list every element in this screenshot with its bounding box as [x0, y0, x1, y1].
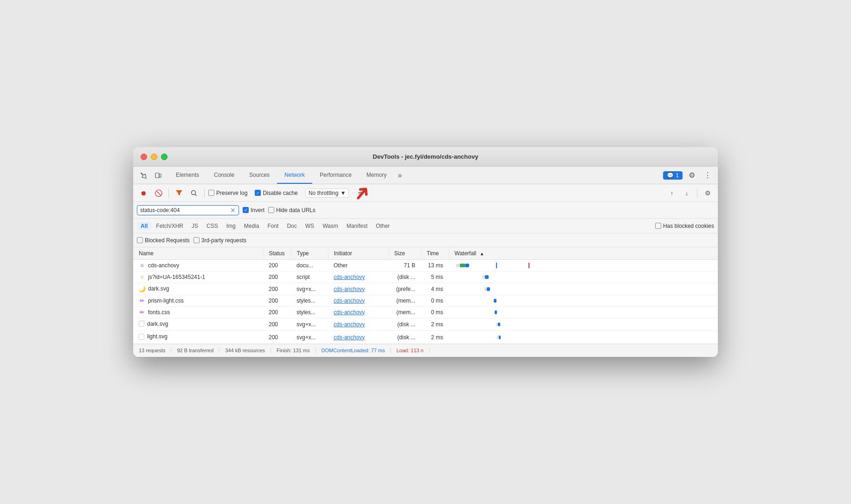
type-filter-fetch-xhr[interactable]: Fetch/XHR — [152, 222, 187, 230]
throttling-dropdown[interactable]: No throttling ▼ — [305, 188, 349, 198]
finish-time: Finish: 131 ms — [271, 348, 316, 353]
toolbar-separator-2 — [204, 188, 205, 198]
cell-waterfall — [449, 260, 718, 271]
type-filter-media[interactable]: Media — [240, 222, 263, 230]
cell-waterfall — [449, 306, 718, 318]
cell-time: 0 ms — [421, 295, 449, 306]
cell-initiator: cds-anchovy — [328, 295, 388, 306]
blocked-requests-label[interactable]: Blocked Requests — [137, 237, 190, 244]
cell-time: 0 ms — [421, 306, 449, 318]
blocked-requests-checkbox[interactable] — [137, 237, 143, 243]
inspect-icon[interactable] — [137, 169, 150, 182]
search-icon[interactable] — [187, 187, 200, 200]
th-status[interactable]: Status — [263, 247, 291, 260]
maximize-button[interactable] — [161, 154, 168, 160]
table-row[interactable]: 🌙 dark.svg 200 svg+x... cds-anchovy (pre… — [133, 283, 718, 295]
type-filter-right: Has blocked cookies — [655, 223, 714, 229]
more-options-icon[interactable]: ⋮ — [701, 169, 714, 182]
filter-input[interactable] — [140, 207, 230, 213]
devtools-body: Elements Console Sources Network Perform… — [133, 167, 718, 357]
wifi-settings-icon[interactable] — [355, 187, 367, 200]
th-time[interactable]: Time — [421, 247, 449, 260]
type-filter-other[interactable]: Other — [372, 222, 393, 230]
cell-status: 200 — [263, 283, 291, 295]
type-filter-img[interactable]: Img — [223, 222, 239, 230]
hide-data-urls-checkbox[interactable] — [268, 207, 274, 213]
tabs: Elements Console Sources Network Perform… — [168, 167, 663, 184]
settings-icon-toolbar[interactable]: ⚙ — [701, 187, 714, 200]
th-initiator[interactable]: Initiator — [328, 247, 388, 260]
devtools-window: DevTools - jec.fyi/demo/cds-anchovy — [133, 147, 718, 357]
th-type[interactable]: Type — [291, 247, 328, 260]
clear-button[interactable]: 🚫 — [152, 187, 165, 200]
disable-cache-checkbox[interactable]: ✓ — [255, 190, 261, 196]
export-icon[interactable]: ↓ — [680, 187, 693, 200]
chat-badge-button[interactable]: 💬 1 — [663, 171, 683, 180]
cell-initiator: cds-anchovy — [328, 283, 388, 295]
preserve-log-label[interactable]: Preserve log — [208, 190, 247, 196]
table-row[interactable]: ✏ prism-light.css 200 styles... cds-anch… — [133, 295, 718, 306]
filter-icon[interactable] — [173, 187, 186, 200]
type-filter-css[interactable]: CSS — [203, 222, 222, 230]
tab-memory[interactable]: Memory — [359, 167, 394, 184]
cell-name: ⌗ js?id=UA-165345241-1 — [133, 271, 263, 283]
cell-status: 200 — [263, 260, 291, 271]
table-row[interactable]: ≡ cds-anchovy 200 docu... Other 71 B 13 … — [133, 260, 718, 271]
tab-network[interactable]: Network — [277, 167, 312, 184]
third-party-label[interactable]: 3rd-party requests — [193, 237, 246, 244]
type-filter-manifest[interactable]: Manifest — [343, 222, 371, 230]
svg-rect-1 — [159, 174, 161, 177]
type-filter-wasm[interactable]: Wasm — [319, 222, 342, 230]
invert-filter-label[interactable]: ✓ Invert — [243, 207, 264, 213]
cell-name: ✏ fonts.css — [133, 306, 263, 318]
tab-performance[interactable]: Performance — [312, 167, 359, 184]
filter-clear-button[interactable]: ✕ — [230, 207, 236, 214]
cell-waterfall — [449, 271, 718, 283]
type-filter-all[interactable]: All — [137, 222, 151, 230]
tab-overflow-button[interactable]: » — [394, 171, 406, 180]
cell-status: 200 — [263, 318, 291, 331]
cell-name: ✏ prism-light.css — [133, 295, 263, 306]
third-party-checkbox[interactable] — [193, 237, 200, 243]
record-button[interactable]: ⏺ — [137, 187, 150, 200]
th-size[interactable]: Size — [388, 247, 421, 260]
status-bar: 13 requests 92 B transferred 344 kB reso… — [133, 344, 718, 357]
cell-initiator: cds-anchovy — [328, 318, 388, 331]
table-row[interactable]: dark.svg 200 svg+x... cds-anchovy (disk … — [133, 318, 718, 331]
sort-arrow-icon: ▲ — [480, 251, 484, 256]
cell-name: light.svg — [133, 331, 263, 344]
tab-sources[interactable]: Sources — [242, 167, 277, 184]
svg-rect-0 — [155, 173, 159, 178]
close-button[interactable] — [141, 154, 147, 160]
th-waterfall[interactable]: Waterfall ▲ — [449, 247, 718, 260]
settings-icon-tab[interactable]: ⚙ — [685, 169, 698, 182]
script-icon: ⌗ — [139, 274, 145, 280]
hide-data-urls-label[interactable]: Hide data URLs — [268, 207, 316, 213]
type-filter-js[interactable]: JS — [188, 222, 202, 230]
type-filter-doc[interactable]: Doc — [283, 222, 300, 230]
dom-content-loaded: DOMContentLoaded: 77 ms — [316, 348, 391, 353]
device-icon[interactable] — [152, 169, 165, 182]
tab-bar: Elements Console Sources Network Perform… — [133, 167, 718, 184]
table-row[interactable]: light.svg 200 svg+x... cds-anchovy (disk… — [133, 331, 718, 344]
svg-point-2 — [192, 190, 196, 194]
th-name[interactable]: Name — [133, 247, 263, 260]
toolbar-separator-1 — [168, 188, 169, 198]
preserve-log-checkbox[interactable] — [208, 190, 214, 196]
toolbar-container: ⏺ 🚫 Preserve log — [133, 184, 718, 202]
type-filter-bar2: Blocked Requests 3rd-party requests — [133, 233, 718, 247]
css-icon: ✏ — [139, 297, 145, 304]
minimize-button[interactable] — [151, 154, 157, 160]
has-blocked-cookies-checkbox[interactable] — [655, 223, 661, 229]
tab-elements[interactable]: Elements — [168, 167, 206, 184]
type-filter-font[interactable]: Font — [264, 222, 282, 230]
tab-icons — [137, 169, 165, 182]
table-row[interactable]: ⌗ js?id=UA-165345241-1 200 script cds-an… — [133, 271, 718, 283]
filter-bar: ✕ ✓ Invert Hide data URLs — [133, 202, 718, 219]
type-filter-ws[interactable]: WS — [302, 222, 318, 230]
tab-console[interactable]: Console — [206, 167, 242, 184]
import-icon[interactable]: ↑ — [665, 187, 678, 200]
invert-checkbox[interactable]: ✓ — [243, 207, 249, 213]
table-row[interactable]: ✏ fonts.css 200 styles... cds-anchovy (m… — [133, 306, 718, 318]
disable-cache-label[interactable]: ✓ Disable cache — [255, 190, 297, 196]
